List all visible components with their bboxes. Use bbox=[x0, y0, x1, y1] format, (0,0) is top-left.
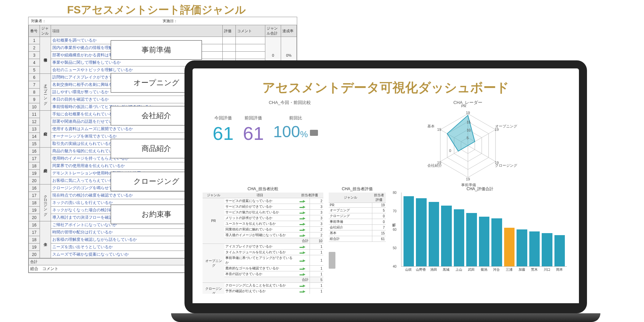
summary-value: 15 bbox=[372, 230, 386, 236]
detail-genre: クロージング bbox=[203, 283, 224, 294]
bar-xlabel: 武田 bbox=[466, 267, 477, 272]
bar[interactable] bbox=[504, 228, 515, 267]
summary-genre: 基本 bbox=[329, 230, 372, 236]
col-genre: ジャンル bbox=[40, 25, 51, 37]
table-right-title: CHA_担当者評価 bbox=[329, 186, 386, 192]
summary-value: 0 bbox=[372, 213, 386, 219]
bar-xlabel: 岡本 bbox=[554, 267, 565, 272]
sparkline-icon: ▬▶ bbox=[296, 271, 310, 277]
bar[interactable] bbox=[441, 206, 451, 267]
bar-xlabel: 加藤 bbox=[517, 267, 527, 272]
bar[interactable] bbox=[554, 235, 565, 267]
genre-label-box: 事前準備 bbox=[111, 40, 202, 60]
bar-xlabel: 荒木 bbox=[529, 267, 540, 272]
laptop-mockup: アセスメントデータ可視化ダッシュボード CHA_今回・前回比較 今回評価 61前… bbox=[184, 60, 587, 322]
sparkline-icon: ▬▶ bbox=[296, 227, 310, 232]
detail-item: 事前準備に基づいてヒアリングができているか bbox=[224, 255, 296, 266]
detail-item: 最終的なゴールを確認できているか bbox=[224, 266, 296, 271]
summary-genre: 会社紹介 bbox=[329, 225, 372, 230]
meta-date: 実施日： bbox=[163, 18, 294, 23]
sparkline-icon: ▬▶ bbox=[296, 198, 310, 204]
radar-axis-label: PR bbox=[461, 104, 466, 108]
detail-genre: オープニング bbox=[203, 244, 224, 283]
bar-xlabel: 菊池 bbox=[479, 267, 489, 272]
table-left-title: CHA_担当者比較 bbox=[203, 186, 323, 192]
col-no: 番号 bbox=[29, 25, 40, 37]
kpi-value: 61 bbox=[213, 122, 233, 144]
bar-xlabel: 山野香 bbox=[416, 267, 427, 272]
detail-item: 本音の話ができているか bbox=[224, 271, 296, 277]
bar[interactable] bbox=[479, 217, 489, 267]
summary-genre: 総合計 bbox=[329, 236, 372, 242]
col-rate: 達成率 bbox=[281, 25, 297, 37]
detail-item: アイスブレイクができているか bbox=[224, 244, 296, 250]
detail-item: サービスの提案になっているか bbox=[224, 198, 296, 204]
sparkline-icon: ▬▶ bbox=[296, 244, 310, 250]
bar[interactable] bbox=[404, 196, 414, 266]
summary-value: 0 bbox=[372, 219, 386, 225]
kpi-caption: CHA_今回・前回比較 bbox=[213, 100, 367, 106]
bar[interactable] bbox=[466, 213, 477, 267]
kpi-dropdown[interactable] bbox=[310, 130, 318, 136]
filter-dropdown[interactable] bbox=[329, 252, 335, 269]
bar-xlabel: 黒城 bbox=[441, 267, 452, 272]
bar[interactable] bbox=[542, 233, 552, 266]
bar-xlabel: 池田 bbox=[428, 267, 439, 272]
dashboard-title: アセスメントデータ可視化ダッシュボード bbox=[203, 79, 569, 96]
col-sum: ジャンル合計 bbox=[265, 25, 281, 37]
sparkline-icon: ▬▶ bbox=[296, 204, 310, 210]
bar[interactable] bbox=[429, 202, 439, 267]
detail-item: クロージングに入ることを伝えているか bbox=[224, 283, 296, 288]
radar-axis-label: 事前準備 bbox=[461, 182, 476, 187]
radar-title: CHA_レーダー bbox=[367, 100, 569, 106]
kpi-value: 61 bbox=[243, 122, 264, 144]
bar-xlabel: 川口 bbox=[542, 267, 552, 272]
sparkline-icon: ▬▶ bbox=[296, 221, 310, 227]
summary-value: 7 bbox=[372, 225, 386, 230]
summary-value: 5 bbox=[372, 208, 386, 213]
sparkline-icon: ▬▶ bbox=[296, 232, 310, 238]
bar[interactable] bbox=[517, 229, 527, 266]
kpi-label: 前回比 bbox=[273, 115, 318, 121]
summary-genre: 事前準備 bbox=[329, 219, 372, 225]
sparkline-icon: ▬▶ bbox=[296, 250, 310, 255]
bar-xlabel: 三浦 bbox=[504, 267, 515, 272]
bar[interactable] bbox=[529, 231, 540, 267]
bar[interactable] bbox=[416, 198, 426, 267]
detail-item: 同業他社の実績に触れているか bbox=[224, 227, 296, 232]
col-cmt: コメント bbox=[236, 25, 265, 37]
summary-genre: PR bbox=[329, 203, 372, 208]
kpi-label: 前回評価 bbox=[243, 115, 264, 121]
bar[interactable] bbox=[491, 218, 502, 266]
bar-xlabel: 河合 bbox=[491, 267, 502, 272]
detail-item: サービスの魅力が伝えられているか bbox=[224, 210, 296, 215]
sparkline-icon: ▬▶ bbox=[296, 283, 310, 288]
summary-genre: クロージング bbox=[329, 213, 372, 219]
bar-xlabel: 山吹 bbox=[403, 267, 414, 272]
detail-genre: PR bbox=[203, 198, 224, 244]
detail-item: 予算の確認が行えているか bbox=[224, 288, 296, 294]
sparkline-icon: ▬▶ bbox=[296, 255, 310, 266]
detail-item: サービスの紹介ができているか bbox=[224, 204, 296, 210]
detail-item: ユースケースを伝えられているか bbox=[224, 221, 296, 227]
radar-axis-label: 基本 bbox=[427, 124, 435, 129]
sparkline-icon: ▬▶ bbox=[296, 215, 310, 221]
kpi-label: 今回評価 bbox=[213, 115, 233, 121]
col-eval: 評価 bbox=[223, 25, 236, 37]
bar[interactable] bbox=[454, 209, 464, 267]
meta-target: 対象者： bbox=[31, 18, 163, 23]
bar-chart-title: CHA_評価合計 bbox=[391, 186, 569, 192]
detail-item: タイムスケジュールを伝えられているか bbox=[224, 250, 296, 255]
bar-xlabel: 上山 bbox=[453, 267, 464, 272]
sparkline-icon: ▬▶ bbox=[296, 288, 310, 294]
summary-genre: オープニング bbox=[329, 208, 372, 213]
sparkline-icon: ▬▶ bbox=[296, 266, 310, 271]
radar-chart bbox=[414, 106, 522, 184]
summary-value: 61 bbox=[372, 236, 386, 242]
sheet-title: FSアセスメントシート評価ジャンル bbox=[67, 3, 246, 17]
detail-item: 導入後のイメージが明確になっているか bbox=[224, 232, 296, 238]
detail-item: メリットの訴求ができているか bbox=[224, 215, 296, 221]
kpi-value: 100% bbox=[273, 122, 318, 141]
summary-value: 19 bbox=[372, 203, 386, 208]
sparkline-icon: ▬▶ bbox=[296, 210, 310, 215]
